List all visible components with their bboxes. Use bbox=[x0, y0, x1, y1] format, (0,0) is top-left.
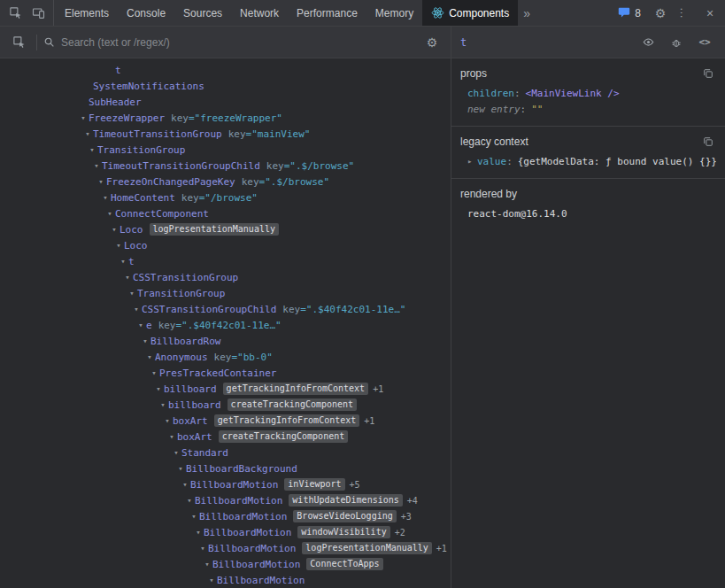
tree-row[interactable]: ▾BillboardBackground bbox=[0, 460, 451, 476]
devtools-tabs: ElementsConsoleSourcesNetworkPerformance… bbox=[56, 0, 518, 26]
tab-console[interactable]: Console bbox=[118, 0, 174, 26]
expand-arrow-icon[interactable]: ▾ bbox=[82, 130, 93, 138]
tree-row[interactable]: ▾Standard bbox=[0, 445, 451, 460]
expand-arrow-icon[interactable]: ▾ bbox=[104, 210, 115, 218]
expand-arrow-icon[interactable]: ▾ bbox=[184, 497, 195, 505]
prop-row[interactable]: children:<MainViewLink /> bbox=[460, 85, 716, 101]
component-name: BillboardMotion bbox=[190, 479, 278, 491]
tab-elements[interactable]: Elements bbox=[56, 0, 118, 26]
expand-arrow-icon[interactable]: ▾ bbox=[193, 529, 204, 537]
expand-arrow-icon[interactable]: ▾ bbox=[149, 369, 159, 377]
expand-arrow-icon[interactable]: ▾ bbox=[144, 353, 155, 361]
inspect-element-icon[interactable] bbox=[4, 2, 27, 25]
tab-network[interactable]: Network bbox=[231, 0, 288, 26]
prop-row[interactable]: new entry:"" bbox=[460, 101, 716, 117]
tab-sources[interactable]: Sources bbox=[174, 0, 231, 26]
tree-row[interactable]: ▾boxArtcreateTrackingComponent bbox=[0, 429, 451, 445]
tab-memory[interactable]: Memory bbox=[366, 0, 422, 26]
expand-arrow-icon[interactable]: ▾ bbox=[127, 290, 137, 298]
tree-row[interactable]: ▾Loco bbox=[0, 237, 451, 253]
tree-row[interactable]: ▾TimeoutTransitionGroupChildkey=".$/brow… bbox=[0, 158, 451, 174]
tree-row[interactable]: ▾ekey=".$40f42c01-11e…" bbox=[0, 317, 451, 333]
expand-arrow-icon[interactable]: ▾ bbox=[87, 146, 97, 154]
expand-arrow-icon[interactable]: ▾ bbox=[189, 513, 199, 521]
inspect-dom-eye-icon[interactable] bbox=[636, 31, 659, 54]
view-source-icon[interactable]: <> bbox=[693, 31, 716, 54]
tree-row[interactable]: ▾CSSTransitionGroup bbox=[0, 269, 451, 285]
tree-row[interactable]: ▾HomeContentkey="/browse" bbox=[0, 190, 451, 205]
issues-badge[interactable]: 8 bbox=[612, 4, 647, 22]
tree-row[interactable]: ▾FreezeOnChangedPageKeykey=".$/browse" bbox=[0, 174, 451, 190]
tree-row[interactable]: ▾BillboardMotionBrowseVideoLogging+3 bbox=[0, 508, 451, 524]
tree-row[interactable]: ▾boxArtgetTrackingInfoFromContext+1 bbox=[0, 413, 451, 429]
tree-row[interactable]: ▾BillboardMotionwindowVisibility+2 bbox=[0, 524, 451, 540]
tab-performance[interactable]: Performance bbox=[288, 0, 366, 26]
expand-arrow-icon[interactable]: ▾ bbox=[135, 321, 146, 329]
expand-arrow-icon[interactable]: ▾ bbox=[175, 465, 186, 473]
expand-arrow-icon[interactable]: ▾ bbox=[109, 226, 120, 234]
context-row[interactable]: ▸value:{getModelData: ƒ bound value() {}… bbox=[460, 153, 716, 169]
expand-arrow-icon[interactable]: ▾ bbox=[78, 114, 89, 122]
expand-arrow-icon[interactable]: ▾ bbox=[158, 401, 168, 409]
tree-row[interactable]: ▾CSSTransitionGroupChildkey=".$40f42c01-… bbox=[0, 301, 451, 317]
component-name: boxArt bbox=[173, 415, 208, 427]
tree-row[interactable]: ▾LocologPresentationManually bbox=[0, 221, 451, 237]
device-toolbar-icon[interactable] bbox=[27, 2, 50, 25]
component-tree: tSystemNotificationsSubHeader▾FreezeWrap… bbox=[0, 58, 451, 588]
search-input[interactable] bbox=[61, 36, 414, 49]
expand-arrow-icon[interactable]: ▾ bbox=[166, 433, 177, 441]
more-tabs-chevron[interactable]: » bbox=[518, 2, 536, 25]
expand-arrow-icon[interactable]: ▾ bbox=[153, 385, 164, 393]
expand-arrow-icon[interactable]: ▾ bbox=[202, 561, 212, 569]
tree-row[interactable]: ▾BillboardRow bbox=[0, 333, 451, 349]
prop-name: new entry bbox=[467, 104, 521, 115]
tree-row[interactable]: ▾BillboardMotion bbox=[0, 572, 451, 588]
key-value: =".$/browse" bbox=[259, 176, 329, 188]
tree-row[interactable]: ▾TimeoutTransitionGroupkey="mainView" bbox=[0, 126, 451, 142]
tree-row[interactable]: t bbox=[0, 62, 451, 78]
expand-arrow-icon[interactable]: ▾ bbox=[206, 576, 217, 584]
expand-arrow-icon[interactable]: ▾ bbox=[118, 258, 128, 266]
tree-row[interactable]: ▾TransitionGroup bbox=[0, 285, 451, 301]
expand-arrow-icon[interactable]: ▾ bbox=[171, 449, 181, 457]
props-section-header: props bbox=[460, 66, 716, 81]
component-name: boxArt bbox=[177, 431, 212, 443]
expand-arrow-icon[interactable]: ▾ bbox=[96, 178, 106, 186]
tree-row[interactable]: ▾TransitionGroup bbox=[0, 142, 451, 158]
settings-gear-icon[interactable]: ⚙ bbox=[649, 2, 672, 25]
tree-row[interactable]: ▾billboardgetTrackingInfoFromContext+1 bbox=[0, 381, 451, 397]
copy-props-icon[interactable] bbox=[700, 66, 716, 81]
collapse-arrow-icon[interactable]: ▸ bbox=[467, 158, 477, 166]
tree-row[interactable]: ▾ConnectComponent bbox=[0, 205, 451, 221]
tree-row[interactable]: ▾t bbox=[0, 253, 451, 269]
component-name: Loco bbox=[120, 224, 143, 236]
tree-row[interactable]: ▾FreezeWrapperkey="freezeWrapper" bbox=[0, 110, 451, 126]
tree-row[interactable]: ▾BillboardMotionwithUpdateDimensions+4 bbox=[0, 492, 451, 508]
toolbar-right-icons: 8 ⚙ … × bbox=[612, 0, 725, 26]
expand-arrow-icon[interactable]: ▾ bbox=[197, 545, 208, 553]
tab-components[interactable]: Components bbox=[422, 0, 518, 26]
close-icon[interactable]: × bbox=[698, 2, 721, 25]
tree-row[interactable]: SubHeader bbox=[0, 94, 451, 110]
tree-row[interactable]: ▾PresTrackedContainer bbox=[0, 365, 451, 381]
inspector-sections: props children:<MainViewLink />new entry… bbox=[451, 58, 725, 230]
inspect-component-icon[interactable] bbox=[7, 31, 30, 54]
expand-arrow-icon[interactable]: ▾ bbox=[100, 194, 111, 202]
expand-arrow-icon[interactable]: ▾ bbox=[140, 337, 150, 345]
expand-arrow-icon[interactable]: ▾ bbox=[131, 306, 142, 313]
view-settings-gear-icon[interactable]: ⚙ bbox=[420, 31, 443, 54]
copy-context-icon[interactable] bbox=[700, 134, 716, 150]
tree-row[interactable]: SystemNotifications bbox=[0, 78, 451, 94]
kebab-menu-icon[interactable]: … bbox=[674, 2, 697, 25]
tree-row[interactable]: ▾BillboardMotionConnectToApps bbox=[0, 556, 451, 572]
expand-arrow-icon[interactable]: ▾ bbox=[162, 417, 173, 425]
tree-row[interactable]: ▾BillboardMotionlogPresentationManually+… bbox=[0, 540, 451, 556]
expand-arrow-icon[interactable]: ▾ bbox=[91, 162, 102, 170]
expand-arrow-icon[interactable]: ▾ bbox=[113, 242, 124, 250]
tree-row[interactable]: ▾Anonymouskey="bb-0" bbox=[0, 349, 451, 365]
log-component-bug-icon[interactable] bbox=[665, 31, 688, 54]
tree-row[interactable]: ▾BillboardMotioninViewport+5 bbox=[0, 476, 451, 492]
tree-row[interactable]: ▾billboardcreateTrackingComponent bbox=[0, 397, 451, 413]
expand-arrow-icon[interactable]: ▾ bbox=[122, 274, 133, 282]
expand-arrow-icon[interactable]: ▾ bbox=[180, 481, 190, 489]
